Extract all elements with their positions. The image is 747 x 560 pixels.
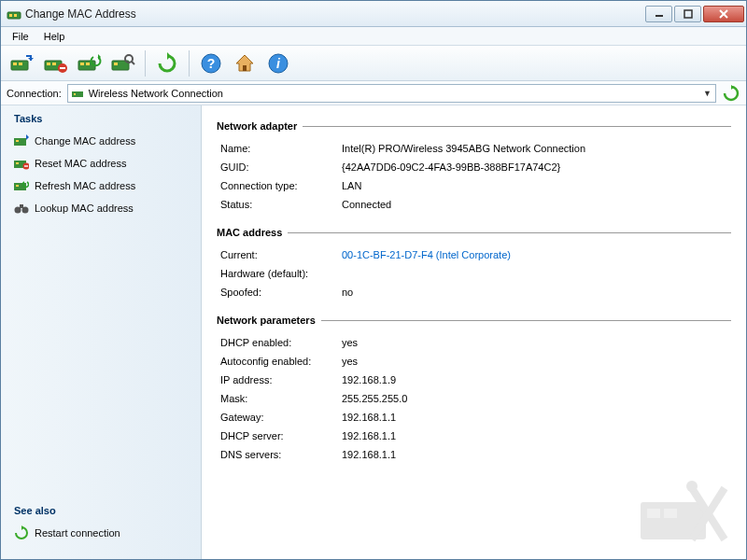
restart-icon <box>14 525 29 540</box>
svg-rect-40 <box>24 165 28 166</box>
field-label: DHCP enabled: <box>220 337 342 348</box>
toolbar-separator <box>189 50 190 77</box>
about-toolbar-button[interactable]: i <box>262 49 294 78</box>
task-label: Restart connection <box>35 527 120 539</box>
svg-rect-8 <box>13 63 17 65</box>
row-mac-current: Current:00-1C-BF-21-D7-F4 (Intel Corpora… <box>217 245 731 264</box>
field-label: Gateway: <box>220 412 342 423</box>
field-value: yes <box>342 356 358 367</box>
row-status: Status:Connected <box>217 195 731 214</box>
svg-rect-1 <box>9 14 12 17</box>
svg-line-23 <box>132 62 134 64</box>
svg-rect-12 <box>47 63 50 65</box>
task-change-mac[interactable]: Change MAC address <box>10 130 191 152</box>
chevron-down-icon: ▼ <box>703 89 712 98</box>
task-refresh-mac[interactable]: Refresh MAC address <box>10 175 191 197</box>
svg-rect-35 <box>16 140 19 142</box>
svg-rect-15 <box>60 67 65 69</box>
field-value: LAN <box>342 180 361 191</box>
row-connection-type: Connection type:LAN <box>217 176 731 195</box>
binoculars-icon <box>14 201 29 216</box>
field-label: Spoofed: <box>220 287 342 298</box>
toolbar-separator <box>145 50 146 77</box>
svg-line-51 <box>692 488 725 539</box>
svg-text:?: ? <box>207 56 216 71</box>
app-icon <box>7 7 21 21</box>
svg-line-50 <box>692 488 725 539</box>
field-label: Name: <box>220 143 342 154</box>
svg-rect-49 <box>664 509 677 518</box>
refresh-mac-toolbar-button[interactable] <box>74 49 106 78</box>
row-mac-hardware: Hardware (default): <box>217 264 731 283</box>
section-title: Network parameters <box>217 315 316 326</box>
svg-rect-42 <box>16 185 19 187</box>
mac-current-link[interactable]: 00-1C-BF-21-D7-F4 (Intel Corporate) <box>342 249 511 260</box>
connection-label: Connection: <box>7 88 62 99</box>
reset-mac-toolbar-button[interactable] <box>40 49 72 78</box>
row-mask: Mask:255.255.255.0 <box>217 389 731 408</box>
row-adapter-guid: GUID:{42AA7DD6-09C2-4FA3-99BB-388BF17A74… <box>217 158 731 176</box>
svg-rect-32 <box>74 93 76 95</box>
field-value: 192.168.1.1 <box>342 430 396 441</box>
svg-rect-45 <box>20 204 23 208</box>
svg-rect-38 <box>16 162 19 164</box>
field-value: Connected <box>342 199 391 210</box>
svg-rect-34 <box>14 138 26 146</box>
help-toolbar-button[interactable]: ? <box>195 49 227 78</box>
section-network-adapter: Network adapter <box>217 120 731 132</box>
svg-rect-48 <box>647 509 660 518</box>
task-label: Lookup MAC address <box>35 203 134 214</box>
connection-dropdown[interactable]: Wireless Network Connection ▼ <box>67 84 716 103</box>
task-label: Change MAC address <box>35 135 135 147</box>
svg-rect-18 <box>86 63 90 65</box>
connection-selected: Wireless Network Connection <box>89 88 703 99</box>
body: Tasks Change MAC address Reset MAC addre… <box>1 105 746 559</box>
row-dhcp-enabled: DHCP enabled:yes <box>217 333 731 352</box>
watermark-icon <box>636 469 739 553</box>
close-button[interactable] <box>703 6 744 22</box>
network-card-edit-icon <box>14 133 29 148</box>
refresh-toolbar-button[interactable] <box>151 49 183 78</box>
field-label: DHCP server: <box>220 430 342 441</box>
svg-rect-31 <box>72 91 83 97</box>
row-dhcp-server: DHCP server:192.168.1.1 <box>217 427 731 445</box>
svg-rect-47 <box>641 502 706 539</box>
change-mac-toolbar-button[interactable] <box>7 49 38 78</box>
toolbar: ? i <box>1 46 746 81</box>
main-panel: Network adapter Name:Intel(R) PRO/Wirele… <box>202 105 746 559</box>
menu-help[interactable]: Help <box>36 29 73 44</box>
maximize-button[interactable] <box>674 6 701 22</box>
field-value: 192.168.1.9 <box>342 374 396 385</box>
field-label: Hardware (default): <box>220 268 342 279</box>
connection-bar: Connection: Wireless Network Connection … <box>1 81 746 105</box>
task-restart-connection[interactable]: Restart connection <box>10 522 191 544</box>
section-mac-address: MAC address <box>217 227 731 238</box>
svg-rect-13 <box>52 63 56 65</box>
svg-marker-46 <box>21 525 24 530</box>
titlebar: Change MAC Address <box>1 1 746 27</box>
tasks-header: Tasks <box>10 113 191 124</box>
see-also-section: See also Restart connection <box>10 505 191 552</box>
svg-marker-10 <box>28 58 34 61</box>
window-buttons <box>643 6 744 22</box>
connection-refresh-button[interactable] <box>722 84 740 103</box>
field-value: 255.255.255.0 <box>342 393 407 404</box>
minimize-button[interactable] <box>645 6 672 22</box>
svg-rect-21 <box>114 63 118 65</box>
home-toolbar-button[interactable] <box>229 49 261 78</box>
task-reset-mac[interactable]: Reset MAC address <box>10 152 191 175</box>
svg-point-52 <box>686 481 698 492</box>
menu-file[interactable]: File <box>5 29 36 44</box>
task-lookup-mac[interactable]: Lookup MAC address <box>10 197 191 219</box>
sidebar: Tasks Change MAC address Reset MAC addre… <box>1 105 202 559</box>
network-card-refresh-icon <box>14 178 29 193</box>
field-label: Autoconfig enabled: <box>220 356 342 367</box>
svg-marker-36 <box>26 134 29 140</box>
row-autoconfig: Autoconfig enabled:yes <box>217 352 731 371</box>
field-label: Status: <box>220 199 342 210</box>
svg-marker-24 <box>167 52 171 60</box>
row-gateway: Gateway:192.168.1.1 <box>217 408 731 427</box>
lookup-mac-toolbar-button[interactable] <box>107 49 139 78</box>
field-value: 192.168.1.1 <box>342 412 396 423</box>
field-label: DNS servers: <box>220 449 342 460</box>
